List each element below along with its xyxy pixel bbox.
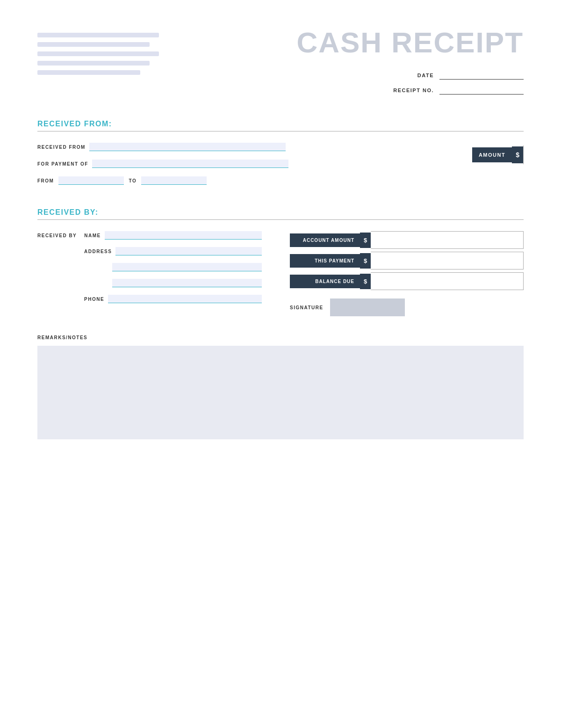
received-from-header: RECEIVED FROM: [37, 120, 524, 131]
rb-name-row: RECEIVED BY NAME [37, 231, 262, 240]
company-info [37, 33, 168, 75]
received-from-label: RECEIVED FROM [37, 145, 86, 150]
address-label: ADDRESS [84, 249, 112, 254]
account-amount-field[interactable] [371, 231, 524, 249]
account-amount-row: ACCOUNT AMOUNT $ [290, 231, 524, 249]
account-amount-dollar: $ [360, 233, 371, 248]
account-amount-label: ACCOUNT AMOUNT [290, 233, 360, 247]
received-by-left: RECEIVED BY NAME ADDRESS PHONE [37, 231, 262, 311]
received-from-section: RECEIVED FROM: RECEIVED FROM FOR PAYMENT… [37, 120, 524, 189]
company-line-5 [37, 70, 140, 75]
rb-address-row-3 [84, 279, 262, 287]
from-to-row: FROM TO [37, 176, 453, 185]
received-by-label: RECEIVED BY [37, 233, 77, 238]
rb-address-row: ADDRESS [84, 247, 262, 255]
to-field[interactable] [141, 176, 207, 185]
phone-label: PHONE [84, 297, 104, 302]
date-label: DATE [417, 73, 434, 78]
company-line-4 [37, 61, 150, 66]
receipt-no-row: RECEIPT NO. [296, 86, 524, 95]
phone-field[interactable] [108, 295, 262, 303]
company-line-3 [37, 51, 159, 56]
received-by-header: RECEIVED BY: [37, 208, 524, 220]
signature-label: SIGNATURE [290, 305, 324, 310]
document-title: CASH RECEIPT [296, 28, 524, 57]
received-by-right: ACCOUNT AMOUNT $ THIS PAYMENT $ BALANCE … [290, 231, 524, 316]
amount-value-field[interactable] [523, 146, 524, 164]
amount-dollar-sign: $ [512, 146, 523, 163]
for-payment-label: FOR PAYMENT OF [37, 161, 88, 167]
date-field[interactable] [439, 71, 524, 80]
company-line-1 [37, 33, 159, 37]
receipt-page: CASH RECEIPT DATE RECEIPT NO. RECEIVED F… [0, 0, 561, 728]
receipt-no-field[interactable] [439, 86, 524, 95]
signature-field[interactable] [330, 298, 405, 316]
to-label: TO [129, 178, 137, 183]
company-line-2 [37, 42, 150, 47]
remarks-section: REMARKS/NOTES [37, 335, 524, 439]
remarks-label: REMARKS/NOTES [37, 335, 524, 340]
received-from-field[interactable] [89, 143, 286, 151]
signature-row: SIGNATURE [290, 298, 524, 316]
name-field[interactable] [105, 231, 262, 240]
date-row: DATE [296, 71, 524, 80]
balance-due-field[interactable] [371, 272, 524, 290]
received-from-left: RECEIVED FROM FOR PAYMENT OF FROM TO [37, 143, 453, 189]
for-payment-row: FOR PAYMENT OF [37, 160, 453, 168]
received-by-section: RECEIVED BY: RECEIVED BY NAME ADDRESS [37, 208, 524, 316]
rb-address-row-2 [84, 263, 262, 271]
for-payment-field[interactable] [92, 160, 288, 168]
received-by-grid: RECEIVED BY NAME ADDRESS PHONE [37, 231, 524, 316]
received-by-title: RECEIVED BY: [37, 208, 99, 216]
address-field-3[interactable] [112, 279, 262, 287]
received-from-row: RECEIVED FROM [37, 143, 453, 151]
header: CASH RECEIPT DATE RECEIPT NO. [37, 28, 524, 101]
from-label: FROM [37, 178, 54, 183]
this-payment-field[interactable] [371, 252, 524, 269]
received-from-title: RECEIVED FROM: [37, 120, 112, 128]
address-field[interactable] [115, 247, 262, 255]
amount-label: AMOUNT [472, 147, 512, 162]
this-payment-row: THIS PAYMENT $ [290, 252, 524, 269]
balance-due-row: BALANCE DUE $ [290, 272, 524, 290]
name-label: NAME [84, 233, 101, 238]
amount-container: AMOUNT $ [472, 146, 524, 164]
rb-phone-row: PHONE [84, 295, 262, 303]
from-field[interactable] [58, 176, 124, 185]
balance-due-dollar: $ [360, 274, 371, 289]
balance-due-label: BALANCE DUE [290, 275, 360, 288]
address-field-2[interactable] [112, 263, 262, 271]
receipt-no-label: RECEIPT NO. [393, 87, 434, 93]
remarks-box[interactable] [37, 346, 524, 439]
this-payment-dollar: $ [360, 253, 371, 269]
header-right: CASH RECEIPT DATE RECEIPT NO. [296, 28, 524, 101]
this-payment-label: THIS PAYMENT [290, 254, 360, 268]
